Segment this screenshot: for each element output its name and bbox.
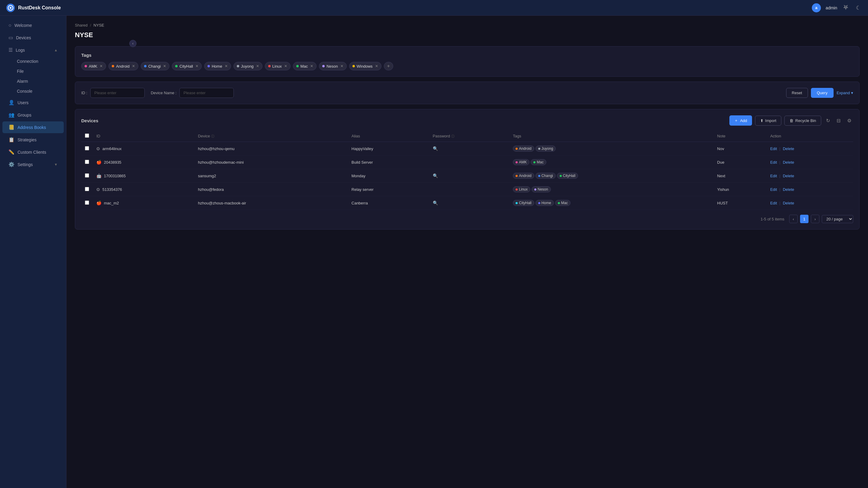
page-1-button[interactable]: 1: [800, 215, 808, 223]
row-note: Due: [714, 155, 767, 169]
row-id: 🍎 mac_m2: [93, 196, 194, 210]
row-checkbox-cell: [81, 142, 93, 155]
table-row: ⊙ arm64linux hzhou@hzhou-qemu HappyValle…: [81, 142, 853, 155]
edit-link[interactable]: Edit: [770, 147, 777, 151]
sidebar-item-strategies[interactable]: 📋 Strategies: [2, 134, 64, 146]
welcome-icon: ○: [8, 23, 11, 28]
row-action: Edit | Delete: [767, 196, 853, 210]
device-id-text: 513354376: [102, 187, 122, 192]
row-tags: LinuxNeson: [509, 183, 713, 196]
tag-badge-name: Linux: [519, 187, 528, 191]
refresh-button[interactable]: ↻: [824, 116, 832, 125]
select-all-checkbox[interactable]: [85, 133, 89, 138]
row-checkbox[interactable]: [85, 173, 89, 178]
per-page-select[interactable]: 20 / page 50 / page 100 / page: [822, 215, 853, 223]
sidebar-item-users[interactable]: 👤 Users: [2, 97, 64, 109]
row-checkbox[interactable]: [85, 187, 89, 191]
delete-link[interactable]: Delete: [783, 201, 794, 205]
tag-remove-icon[interactable]: ✕: [256, 64, 259, 68]
tag-badge-dot: [538, 175, 540, 177]
sidebar-item-file[interactable]: File: [13, 66, 64, 76]
tag-remove-icon[interactable]: ✕: [310, 64, 313, 68]
recycle-bin-button[interactable]: 🗑 Recycle Bin: [784, 116, 821, 126]
tag-badge-dot: [538, 148, 540, 150]
theme-toggle[interactable]: ☾: [855, 3, 862, 12]
topbar-right: a admin ⛧ ☾: [812, 3, 862, 12]
sidebar-item-logs[interactable]: ☰ Logs ▲: [2, 44, 64, 56]
action-separator: |: [779, 187, 780, 192]
tag-chip: Changi✕: [141, 62, 169, 70]
expand-button[interactable]: Expand ▾: [837, 88, 853, 98]
sidebar-item-alarm[interactable]: Alarm: [13, 77, 64, 86]
sidebar-item-groups[interactable]: 👥 Groups: [2, 109, 64, 121]
delete-link[interactable]: Delete: [783, 160, 794, 164]
tag-badge-name: Mac: [537, 160, 544, 164]
settings-icon: ⚙️: [8, 161, 14, 167]
tag-badge-dot: [533, 161, 535, 163]
tag-name: CityHall: [179, 64, 193, 68]
sidebar-item-settings[interactable]: ⚙️ Settings ▼: [2, 158, 64, 170]
edit-link[interactable]: Edit: [770, 174, 777, 178]
column-settings-icon[interactable]: ⊟: [835, 116, 842, 125]
tag-dot: [85, 65, 87, 67]
tag-remove-icon[interactable]: ✕: [195, 64, 198, 68]
delete-link[interactable]: Delete: [783, 147, 794, 151]
expand-chevron-icon: ▾: [851, 91, 853, 95]
sidebar: ○ Welcome ▭ Devices ☰ Logs ▲ Connection …: [0, 16, 66, 488]
edit-link[interactable]: Edit: [770, 160, 777, 164]
tag-remove-icon[interactable]: ✕: [375, 64, 378, 68]
tag-add-button[interactable]: +: [384, 62, 393, 70]
filter-id-input[interactable]: [90, 88, 145, 98]
tag-badge-name: Home: [541, 201, 551, 205]
tag-remove-icon[interactable]: ✕: [163, 64, 166, 68]
tag-badge-dot: [516, 202, 518, 204]
breadcrumb-parent[interactable]: Shared: [75, 23, 88, 28]
tag-dot: [352, 65, 355, 67]
tag-remove-icon[interactable]: ✕: [225, 64, 228, 68]
delete-link[interactable]: Delete: [783, 187, 794, 192]
next-page-button[interactable]: ›: [811, 215, 819, 223]
os-icon: ⊙: [96, 187, 100, 192]
devices-section: Devices ＋ Add ⬆ Import 🗑 Recycle Bin ↻: [75, 109, 860, 230]
tag-dot: [322, 65, 325, 67]
filter-device-name-input[interactable]: [179, 88, 234, 98]
sidebar-item-devices[interactable]: ▭ Devices: [2, 32, 64, 43]
device-id-text: arm64linux: [102, 147, 122, 151]
row-checkbox[interactable]: [85, 146, 89, 150]
delete-link[interactable]: Delete: [783, 174, 794, 178]
edit-link[interactable]: Edit: [770, 201, 777, 205]
tag-remove-icon[interactable]: ✕: [340, 64, 343, 68]
reset-button[interactable]: Reset: [786, 88, 808, 98]
add-button[interactable]: ＋ Add: [730, 115, 752, 126]
tags-section: Tags AMK✕Android✕Changi✕CityHall✕Home✕Ju…: [75, 46, 860, 77]
translate-icon[interactable]: ⛧: [842, 3, 850, 12]
tag-remove-icon[interactable]: ✕: [100, 64, 103, 68]
action-separator: |: [779, 174, 780, 178]
sidebar-submenu-logs: Connection File Alarm Console: [0, 56, 66, 96]
row-tag-badge: Linux: [513, 186, 530, 192]
devices-table: ID Device ⓘ Alias Password ⓘ Tags Note A…: [81, 130, 853, 210]
tag-remove-icon[interactable]: ✕: [132, 64, 135, 68]
row-tag-badge: CityHall: [513, 200, 534, 206]
sidebar-item-label: Strategies: [18, 138, 36, 142]
tag-chip: Linux✕: [265, 62, 290, 70]
sidebar-item-connection[interactable]: Connection: [13, 57, 64, 66]
prev-page-button[interactable]: ‹: [789, 215, 798, 223]
row-tag-badge: Android: [513, 173, 534, 179]
sidebar-item-welcome[interactable]: ○ Welcome: [2, 20, 64, 31]
avatar[interactable]: a: [812, 3, 821, 12]
row-tags: AndroidChangiCityHall: [509, 169, 713, 183]
query-button[interactable]: Query: [811, 88, 834, 98]
edit-link[interactable]: Edit: [770, 187, 777, 192]
row-checkbox[interactable]: [85, 160, 89, 164]
tag-name: Mac: [301, 64, 308, 68]
import-button[interactable]: ⬆ Import: [755, 116, 782, 126]
tag-remove-icon[interactable]: ✕: [284, 64, 287, 68]
tag-badge-dot: [534, 188, 536, 190]
sidebar-item-console[interactable]: Console: [13, 86, 64, 96]
row-checkbox[interactable]: [85, 201, 89, 205]
sidebar-collapse-btn[interactable]: ‹: [129, 40, 136, 47]
sidebar-item-custom-clients[interactable]: ✏️ Custom Clients: [2, 146, 64, 158]
table-settings-icon[interactable]: ⚙: [845, 116, 853, 125]
sidebar-item-address-books[interactable]: 📒 Address Books: [2, 121, 64, 133]
